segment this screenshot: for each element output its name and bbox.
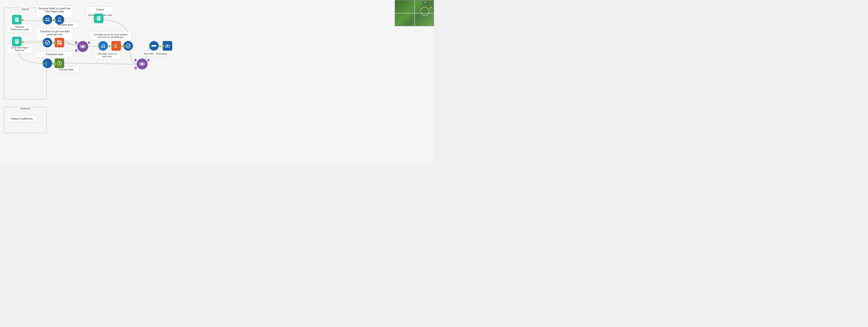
join2-J-label: J <box>148 59 149 61</box>
svg-point-45 <box>103 46 105 47</box>
fifa-player-node[interactable] <box>12 37 22 46</box>
calc-score-desc-label: Calculate score for each position and su… <box>90 32 131 40</box>
svg-text:③: ③ <box>45 65 47 66</box>
join2-R-label: R <box>134 67 137 69</box>
attr-ref-node[interactable] <box>12 15 22 25</box>
join1-J-label: J <box>88 41 90 44</box>
svg-point-20 <box>46 18 47 19</box>
svg-rect-38 <box>97 17 99 17</box>
join-node-2-container: L J R <box>137 59 148 69</box>
svg-rect-15 <box>16 20 17 20</box>
book-icon <box>14 17 20 23</box>
svg-rect-25 <box>16 40 18 40</box>
browse-node[interactable] <box>163 41 172 51</box>
join1-L-label: L <box>75 41 77 44</box>
optional-group-label: Optional <box>19 107 31 110</box>
join2-L-label: L <box>134 59 136 61</box>
record-id-label: RecordID - Ascending <box>141 51 169 57</box>
svg-point-47 <box>126 44 130 48</box>
svg-point-50 <box>141 63 143 65</box>
browse-in-port <box>162 45 164 47</box>
svg-text:✦: ✦ <box>48 18 49 20</box>
svg-rect-19 <box>48 20 49 21</box>
fifa-player-out-port <box>22 41 24 43</box>
svg-rect-18 <box>45 20 47 21</box>
cross-tab-node[interactable] <box>55 38 64 47</box>
transform-date-label: Transform date <box>36 51 73 57</box>
join-node-1[interactable] <box>77 41 88 52</box>
sigma-icon: Σ <box>113 43 119 49</box>
datetime-node[interactable] <box>55 59 64 68</box>
inputs-group-label: Inputs <box>20 8 30 11</box>
svg-point-53 <box>155 45 156 47</box>
output-in-port <box>93 18 95 20</box>
rename-in-port <box>42 19 44 21</box>
svg-rect-14 <box>16 19 18 20</box>
join-node-1-container: L J R <box>77 41 88 52</box>
dots-out-port <box>159 45 161 47</box>
formula-icon <box>100 43 106 49</box>
calc-score-label: Calculate score for each pos <box>94 51 120 59</box>
number-in-port <box>42 63 44 65</box>
check-tool-node[interactable] <box>42 38 52 47</box>
join-icon-2 <box>138 61 146 67</box>
rename-fields-label: Rename fields to match the Fifa Player D… <box>36 5 73 18</box>
check-icon <box>44 39 51 45</box>
check2-in-port <box>123 45 125 47</box>
check-icon-2 <box>125 43 131 49</box>
join-icon-1 <box>79 43 86 50</box>
svg-point-22 <box>59 20 60 21</box>
svg-point-44 <box>101 47 103 48</box>
svg-line-9 <box>61 63 138 64</box>
lab-icon <box>56 17 62 23</box>
number-tool-node[interactable]: ① ② ③ <box>42 59 52 68</box>
svg-rect-26 <box>16 41 18 41</box>
lab-in-port <box>54 19 56 21</box>
cross-tab-icon <box>56 39 62 45</box>
corner-image: CB ↗ <box>395 0 434 26</box>
cross-tab-in-port <box>54 42 56 44</box>
formula-in-port <box>98 45 99 47</box>
svg-text:②: ② <box>45 63 47 65</box>
output-label: Output <box>87 6 113 13</box>
book-icon-2 <box>14 38 20 44</box>
numbers-icon: ① ② ③ <box>44 60 51 66</box>
svg-point-51 <box>152 45 153 47</box>
svg-point-52 <box>153 45 155 47</box>
dots-in-port <box>149 45 150 47</box>
svg-rect-56 <box>167 46 168 47</box>
check2-node[interactable] <box>123 41 133 51</box>
dots-icon <box>151 43 157 49</box>
formula-out-port <box>108 45 110 47</box>
summarize-node[interactable]: Σ <box>111 41 121 51</box>
binoculars-icon <box>164 43 170 49</box>
check-in-port <box>42 42 44 44</box>
svg-rect-39 <box>97 18 99 18</box>
rating-coeff-label: Rating Coefficients <box>6 116 37 122</box>
svg-point-28 <box>45 40 50 45</box>
dots-node[interactable] <box>149 41 159 51</box>
join1-R-label: R <box>75 49 77 52</box>
datetime-icon <box>56 60 62 66</box>
output-node[interactable] <box>94 13 103 23</box>
rename-tool-node[interactable]: ✦ <box>42 15 52 25</box>
svg-rect-29 <box>57 40 59 42</box>
sparkle-grid-icon: ✦ <box>44 17 51 23</box>
output-book-icon <box>96 15 102 22</box>
svg-rect-40 <box>97 19 99 19</box>
lab-tool-node[interactable] <box>55 15 64 25</box>
svg-rect-31 <box>57 43 59 45</box>
svg-rect-32 <box>60 43 62 45</box>
svg-rect-30 <box>60 40 62 42</box>
attr-ref-out-port <box>22 19 24 21</box>
svg-rect-27 <box>16 42 17 42</box>
datetime-in-port <box>54 63 56 65</box>
svg-rect-13 <box>16 18 18 19</box>
svg-point-43 <box>82 45 84 48</box>
summarize-in-port <box>111 45 113 47</box>
attr-ref-label: Attribute References.yxdb <box>6 24 33 32</box>
svg-text:Σ: Σ <box>114 44 117 48</box>
workflow-canvas: CB ↗ Inputs Optional Rename fields to ma… <box>0 0 434 164</box>
join-node-2[interactable] <box>137 59 148 69</box>
formula-node[interactable] <box>98 41 108 51</box>
